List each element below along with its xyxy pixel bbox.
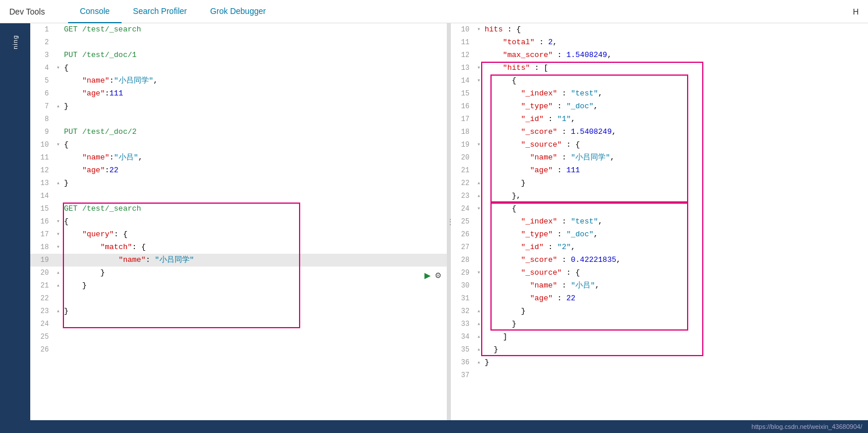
line-number: 24	[451, 203, 474, 215]
tab-grok-debugger[interactable]: Grok Debugger	[198, 0, 278, 23]
run-icon[interactable]: ▶	[425, 269, 431, 282]
line-number: 25	[30, 331, 54, 343]
code-line: 35▴ }	[451, 343, 868, 356]
tab-search-profiler[interactable]: Search Profiler	[122, 0, 199, 23]
line-content: }	[483, 177, 868, 190]
fold-indicator[interactable]: ▴	[54, 100, 63, 113]
fold-indicator[interactable]: ▴	[474, 356, 483, 369]
fold-indicator[interactable]: ▴	[54, 305, 63, 318]
line-content: }	[483, 343, 868, 356]
line-content: hits : {	[483, 23, 868, 36]
line-number: 11	[451, 36, 474, 49]
code-line: 21 "age" : 111	[451, 164, 868, 177]
sidebar-text: ning	[12, 35, 19, 49]
fold-indicator[interactable]: ▾	[54, 62, 63, 74]
fold-indicator[interactable]: ▾	[474, 23, 483, 36]
code-line: 19 "name": "小吕同学"	[30, 254, 447, 267]
status-bar: https://blog.csdn.net/weixin_43680904/	[30, 420, 868, 433]
code-line: 31 "age" : 22	[451, 292, 868, 305]
line-number: 8	[30, 113, 54, 126]
line-number: 6	[30, 87, 54, 100]
fold-indicator[interactable]: ▾	[474, 62, 483, 74]
code-line: 22▴ }	[451, 177, 868, 190]
code-line: 7▴}	[30, 100, 447, 113]
line-content: "age" : 22	[483, 292, 868, 305]
line-number: 36	[451, 356, 474, 369]
code-line: 20▴ }	[30, 267, 447, 279]
fold-indicator[interactable]: ▾	[54, 139, 63, 151]
fold-indicator[interactable]: ▴	[474, 190, 483, 203]
code-line: 17▾ "query": {	[30, 228, 447, 241]
code-line: 24▾ {	[451, 203, 868, 215]
line-content: {	[63, 139, 447, 151]
line-content: ]	[483, 331, 868, 343]
code-line: 19▾ "_source" : {	[451, 139, 868, 151]
fold-indicator[interactable]: ▴	[474, 305, 483, 318]
code-line: 1GET /test/_search	[30, 23, 447, 36]
line-number: 20	[30, 267, 54, 279]
sidebar-strip: ning	[0, 23, 30, 433]
line-number: 32	[451, 305, 474, 318]
line-content: "_score" : 1.5408249,	[483, 126, 868, 139]
line-number: 35	[451, 343, 474, 356]
line-content: {	[483, 74, 868, 87]
line-number: 18	[451, 126, 474, 139]
code-line: 26	[30, 343, 447, 356]
line-number: 24	[30, 318, 54, 331]
code-line: 14▾ {	[451, 74, 868, 87]
line-number: 21	[30, 279, 54, 292]
line-number: 30	[451, 279, 474, 292]
line-number: 1	[30, 23, 54, 36]
code-line: 25	[30, 331, 447, 343]
code-line: 18▾ "match": {	[30, 241, 447, 254]
code-line: 8	[30, 113, 447, 126]
line-number: 22	[451, 177, 474, 190]
line-content: "_score" : 0.42221835,	[483, 254, 868, 267]
code-line: 12 "max_score" : 1.5408249,	[451, 49, 868, 62]
fold-indicator[interactable]: ▴	[474, 331, 483, 343]
settings-icon[interactable]: ⚙	[435, 269, 441, 281]
code-line: 11 "name":"小吕",	[30, 151, 447, 164]
line-number: 19	[451, 139, 474, 151]
code-line: 20 "name" : "小吕同学",	[451, 151, 868, 164]
line-content: "name" : "小吕同学",	[483, 151, 868, 164]
code-line: 4▾{	[30, 62, 447, 74]
line-content: "total" : 2,	[483, 36, 868, 49]
line-content: "_source" : {	[483, 139, 868, 151]
line-number: 16	[451, 100, 474, 113]
fold-indicator[interactable]: ▾	[474, 139, 483, 151]
fold-indicator[interactable]: ▾	[54, 215, 63, 228]
fold-indicator[interactable]: ▴	[474, 318, 483, 331]
fold-indicator[interactable]: ▴	[54, 279, 63, 292]
fold-indicator[interactable]: ▾	[474, 74, 483, 87]
line-number: 27	[451, 241, 474, 254]
fold-indicator[interactable]: ▾	[54, 241, 63, 254]
line-number: 34	[451, 331, 474, 343]
fold-indicator[interactable]: ▴	[54, 267, 63, 279]
code-line: 14	[30, 190, 447, 203]
left-editor-panel[interactable]: 1GET /test/_search23PUT /test/_doc/14▾{5…	[30, 23, 447, 420]
tab-console[interactable]: Console	[68, 0, 121, 23]
fold-indicator[interactable]: ▴	[474, 177, 483, 190]
code-line: 29▾ "_source" : {	[451, 267, 868, 279]
line-content: }	[483, 305, 868, 318]
line-content: GET /test/_search	[63, 23, 447, 36]
status-url: https://blog.csdn.net/weixin_43680904/	[752, 423, 862, 430]
line-content: "age" : 111	[483, 164, 868, 177]
fold-indicator[interactable]: ▾	[54, 228, 63, 241]
line-number: 2	[30, 36, 54, 49]
fold-indicator[interactable]: ▾	[474, 203, 483, 215]
line-content: "hits" : [	[483, 62, 868, 74]
fold-indicator[interactable]: ▴	[54, 177, 63, 190]
line-content: "_source" : {	[483, 267, 868, 279]
line-content: },	[483, 190, 868, 203]
line-number: 16	[30, 215, 54, 228]
code-line: 33▴ }	[451, 318, 868, 331]
line-number: 9	[30, 126, 54, 139]
line-content: }	[63, 305, 447, 318]
code-line: 10▾hits : {	[451, 23, 868, 36]
fold-indicator[interactable]: ▴	[474, 343, 483, 356]
fold-indicator[interactable]: ▾	[474, 267, 483, 279]
code-line: 17 "_id" : "1",	[451, 113, 868, 126]
line-content: "name":"小吕",	[63, 151, 447, 164]
